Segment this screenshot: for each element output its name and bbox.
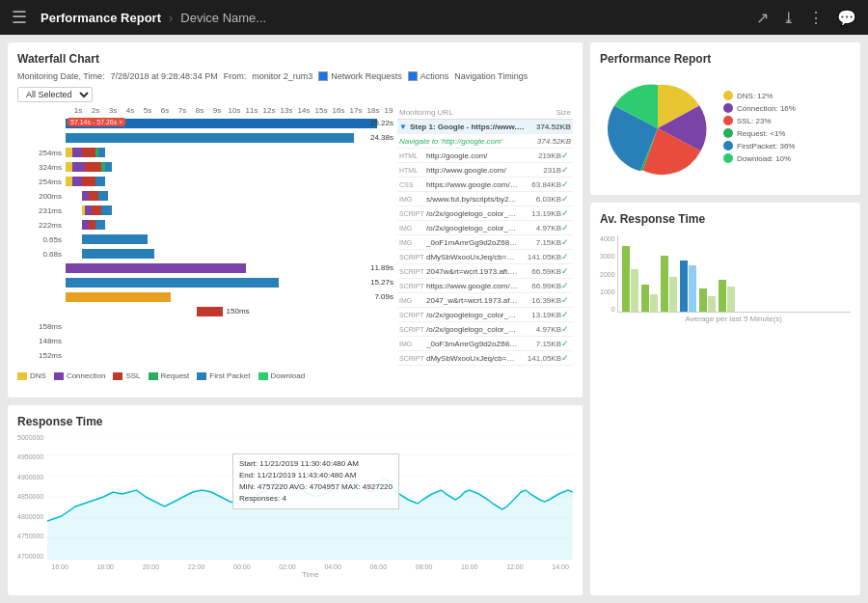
wf-row: 0.65s (17, 233, 393, 246)
main-content: Waterfall Chart Monitoring Date, Time: 7… (0, 35, 868, 603)
right-column: Performance Report (590, 42, 860, 595)
url-row: IMG s/www.fut.by/scripts/by2/xpremius.js… (397, 192, 573, 206)
monitoring-date-value: 7/28/2018 at 9:28:48:34 PM (111, 71, 218, 81)
wf-legend: DNS Connection SSL Request First Packet … (17, 371, 573, 380)
app-title: Performance Report (41, 11, 161, 25)
legend-download: Download (258, 371, 306, 380)
pie-chart (600, 75, 716, 181)
monitoring-date-label: Monitoring Date, Time: (17, 71, 105, 81)
monitoring-url-header: Monitoring URL (399, 108, 453, 117)
wf-row: 158ms (17, 319, 393, 333)
waterfall-title: Waterfall Chart (17, 52, 573, 66)
more-icon[interactable]: ⋮ (808, 9, 824, 27)
nav-timings-label: Navigation Timings (454, 71, 528, 81)
wf-row: 152ms (17, 348, 393, 362)
url-list: Monitoring URL Size ▼ Step 1: Google - h… (397, 106, 573, 366)
url-row: SCRIPT /o/2x/googlelogo_color_272x92dp.p… (397, 206, 573, 221)
wf-row: 222ms (17, 218, 393, 232)
actions-checkbox[interactable] (408, 71, 418, 81)
url-row: SCRIPT 2047w&rt=wcrt.1973.aft.1381.prt.3… (397, 264, 573, 279)
actions-label: Actions (420, 71, 449, 81)
url-row: IMG /o/2x/googlelogo_color_120x44do.png … (397, 221, 573, 235)
wf-row: 15.27s (17, 276, 393, 289)
wf-marker[interactable]: 57.14s - 57.26s × (68, 118, 125, 126)
network-requests-checkbox[interactable] (318, 71, 328, 81)
wf-row: 7.09s (17, 290, 393, 304)
url-row: SCRIPT dMySbWxooUxJeq/cb=gapi.loaded_0 1… (397, 351, 573, 366)
url-row: CSS https://www.google.com/?gws_rd=ssl 6… (397, 178, 573, 192)
url-step-row[interactable]: ▼ Step 1: Google - https://www.google.co… (397, 120, 573, 134)
legend-connection: Connection (54, 371, 105, 380)
network-requests-check[interactable]: Network Requests (318, 71, 402, 81)
url-row: SCRIPT /o/2x/googlelogo_color_120x44do.p… (397, 322, 573, 337)
url-row: IMG 2047_w&rt=wcrt.1973.aft.1381.prt.396… (397, 293, 573, 308)
wf-row: 200ms (17, 189, 393, 203)
url-row: SCRIPT https://www.google.com/textinputa… (397, 279, 573, 293)
legend-dns-pie: DNS: 12% (723, 91, 796, 100)
url-row: IMG _0oF1mAmrGg9d2oZ68cPhocbnz6Ng 7.15KB… (397, 235, 573, 250)
wf-row: 0.68s (17, 247, 393, 260)
topbar: ☰ Performance Report › Device Name... ↗ … (0, 0, 868, 35)
legend-connection-pie: Connection: 16% (723, 103, 796, 113)
actions-check[interactable]: Actions (408, 71, 449, 81)
y-axis-labels: 4000 3000 2000 1000 0 (600, 235, 617, 313)
share-icon[interactable]: ↗ (756, 9, 769, 27)
avg-response-title: Av. Response Time (600, 212, 851, 226)
chat-icon[interactable]: 💬 (837, 9, 856, 27)
url-headers: Monitoring URL Size (397, 106, 573, 120)
download-icon[interactable]: ⤓ (782, 9, 795, 27)
avg-response-panel: Av. Response Time 4000 3000 2000 1000 0 (590, 203, 860, 595)
perf-pie-title: Performance Report (600, 52, 851, 66)
wf-row: 11.89s (17, 261, 393, 275)
pie-chart-area: DNS: 12% Connection: 16% SSL: 23% Reques… (600, 71, 851, 185)
wf-row: 24.38s (17, 131, 393, 145)
response-time-left-panel: Response Time 5000000 4950000 4900000 48… (8, 405, 583, 596)
topbar-actions: ↗ ⤓ ⋮ 💬 (756, 9, 856, 27)
url-row: HTML http://www.google.com/ 231B ✓ (397, 163, 573, 178)
avg-x-label: Average per last 5 Minute(s) (617, 315, 851, 323)
breadcrumb-sep: › (169, 11, 173, 25)
wf-row: 148ms (17, 334, 393, 347)
url-row: SCRIPT dMySbWxooUxJeq/cb=gapi.loaded_0 1… (397, 250, 573, 264)
from-value: monitor 2_rum3 (252, 71, 312, 81)
pie-legend: DNS: 12% Connection: 16% SSL: 23% Reques… (723, 91, 796, 166)
wf-timeline: 1s2s3s 4s5s6s 7s8s9s 10s11s12s 13s14s15s… (17, 106, 393, 115)
legend-download-pie: Download: 10% (723, 153, 796, 163)
url-row: SCRIPT /o/2x/googlelogo_color_272x92dp.p… (397, 308, 573, 322)
size-header: Size (556, 108, 571, 117)
response-time-left-title: Response Time (17, 415, 573, 428)
legend-firstpacket: First Packet (197, 371, 250, 380)
wf-row: 57.14s - 57.26s × 25.22s (17, 117, 393, 130)
network-requests-label: Network Requests (331, 71, 402, 81)
response-x-axis: 16:00 18:00 20:00 22:00 00:00 02:00 04:0… (47, 563, 573, 570)
url-nav-row: Navigate to 'http://google.com' 374.52KB (397, 134, 573, 149)
waterfall-panel: Waterfall Chart Monitoring Date, Time: 7… (8, 42, 583, 397)
avg-bar-chart (617, 235, 851, 313)
wf-row: 324ms (17, 160, 393, 174)
legend-ssl: SSL (113, 371, 140, 380)
from-label: From: (224, 71, 247, 81)
response-y-axis: 5000000 4950000 4900000 4850000 4800000 … (17, 434, 45, 560)
chart-tooltip: Start: 11/21/2019 11:30:40:480 AM End: 1… (232, 453, 399, 509)
legend-ssl-pie: SSL: 23% (723, 116, 796, 125)
wf-row: 254ms (17, 175, 393, 188)
all-selected-dropdown[interactable]: All Selected (17, 87, 93, 102)
wf-row: 231ms (17, 204, 393, 217)
response-x-label: Time (47, 570, 573, 579)
device-name: Device Name... (180, 11, 266, 25)
url-row: HTML http://google.com/ 219KB ✓ (397, 149, 573, 163)
legend-firstpacket-pie: FirstPacket: 36% (723, 141, 796, 151)
legend-dns: DNS (17, 371, 46, 380)
legend-request-pie: Request: <1% (723, 128, 796, 138)
menu-icon[interactable]: ☰ (12, 7, 27, 28)
wf-row: 254ms (17, 146, 393, 159)
legend-request: Request (149, 371, 190, 380)
url-row: IMG _0oF3mAmrGg9d2oZ68cPhocbnz6Ng 7.15KB… (397, 337, 573, 351)
wf-row: 150ms (17, 305, 393, 318)
perf-pie-panel: Performance Report (590, 42, 860, 195)
waterfall-meta: Monitoring Date, Time: 7/28/2018 at 9:28… (17, 71, 573, 102)
